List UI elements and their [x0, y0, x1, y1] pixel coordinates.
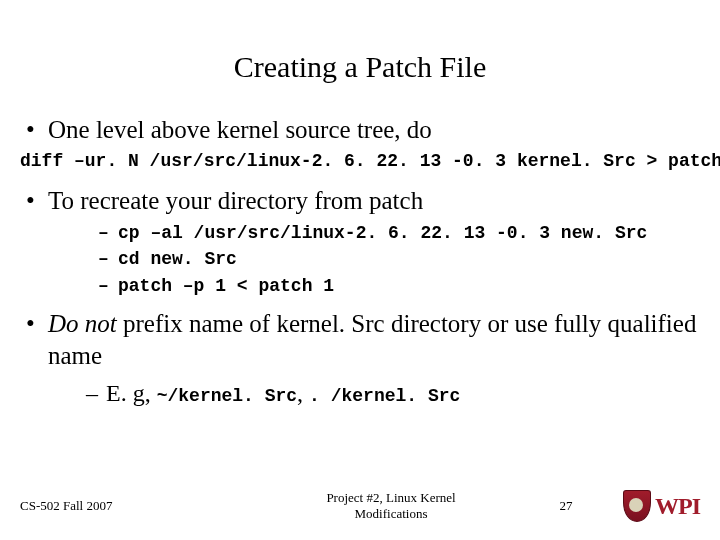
- sub-patch: patch –p 1 < patch 1: [48, 274, 700, 298]
- footer-logo: WPI: [590, 490, 700, 522]
- footer-page: 27: [542, 498, 590, 514]
- bullet-1: One level above kernel source tree, do: [20, 114, 700, 147]
- eg-code-1: ~/kernel. Src: [157, 386, 297, 406]
- footer-center: Project #2, Linux Kernel Modifications: [240, 490, 542, 521]
- sub-eg: E. g, ~/kernel. Src, . /kernel. Src: [48, 377, 700, 409]
- bullet-3: Do not prefix name of kernel. Src direct…: [20, 308, 700, 409]
- eg-label: E. g,: [106, 380, 157, 406]
- bullet-2-sublist: cp –al /usr/src/linux-2. 6. 22. 13 -0. 3…: [48, 221, 700, 298]
- slide: Creating a Patch File One level above ke…: [0, 0, 720, 540]
- wpi-wordmark: WPI: [655, 493, 700, 520]
- bullet-list-2: To recreate your directory from patch cp…: [20, 185, 700, 410]
- footer-left: CS-502 Fall 2007: [20, 498, 240, 514]
- footer: CS-502 Fall 2007 Project #2, Linux Kerne…: [20, 490, 700, 522]
- eg-code-2: . /kernel. Src: [309, 386, 460, 406]
- code-diff: diff –ur. N /usr/src/linux-2. 6. 22. 13 …: [20, 151, 700, 171]
- footer-center-line2: Modifications: [355, 506, 428, 521]
- bullet-list: One level above kernel source tree, do: [20, 114, 700, 147]
- eg-comma: ,: [297, 380, 309, 406]
- slide-title: Creating a Patch File: [20, 50, 700, 84]
- bullet-1-text: One level above kernel source tree, do: [48, 116, 432, 143]
- sub-cp: cp –al /usr/src/linux-2. 6. 22. 13 -0. 3…: [48, 221, 700, 245]
- bullet-2-text: To recreate your directory from patch: [48, 187, 423, 214]
- bullet-2: To recreate your directory from patch cp…: [20, 185, 700, 298]
- footer-center-line1: Project #2, Linux Kernel: [326, 490, 455, 505]
- bullet-3-rest: prefix name of kernel. Src directory or …: [48, 310, 696, 370]
- bullet-3-sublist: E. g, ~/kernel. Src, . /kernel. Src: [48, 377, 700, 409]
- wpi-shield-icon: [623, 490, 651, 522]
- bullet-3-emph: Do not: [48, 310, 117, 337]
- sub-cd: cd new. Src: [48, 247, 700, 271]
